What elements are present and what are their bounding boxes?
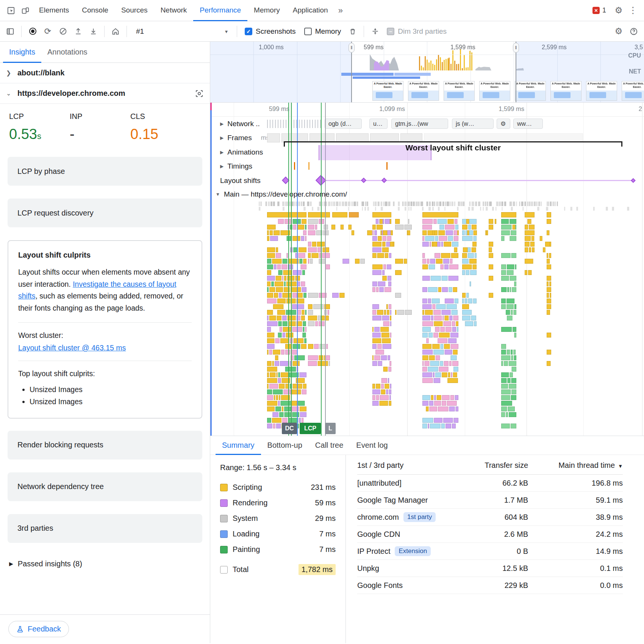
filmstrip-thumbnail[interactable]: A Powerful Web. Made Easier. (550, 81, 581, 101)
device-toolbar-icon[interactable] (18, 3, 33, 18)
screenshots-toggle[interactable]: ✓ Screenshots (241, 27, 300, 36)
save-profile-icon[interactable] (86, 24, 100, 39)
tab-insights[interactable]: Insights (3, 42, 41, 63)
frame-segment[interactable] (336, 133, 369, 142)
track-timings[interactable]: ▶ Timings (210, 159, 644, 174)
tab-sources[interactable]: Sources (115, 0, 154, 21)
capture-screenshot-icon[interactable] (195, 89, 204, 98)
trace-item-about-blank[interactable]: ❯ about://blank (0, 63, 210, 83)
timing-marker[interactable] (308, 162, 309, 170)
header-transfer-size[interactable]: Transfer size (460, 461, 528, 470)
network-request-chip[interactable]: gtm.js…(ww (391, 119, 448, 129)
tab-bottom-up[interactable]: Bottom-up (261, 436, 309, 455)
layout-shift-diamond[interactable] (631, 178, 636, 183)
track-layout-shifts[interactable]: Layout shifts (210, 174, 644, 188)
insight-card-lcp-by-phase[interactable]: LCP by phase (8, 157, 202, 186)
history-dropdown[interactable]: #1 ▾ (131, 24, 233, 39)
collapse-recording-icon[interactable] (368, 24, 382, 39)
inspect-element-icon[interactable] (4, 3, 18, 18)
dim-3rd-parties-toggle[interactable]: – Dim 3rd parties (383, 27, 450, 36)
disclosure-triangle-icon[interactable]: ▼ (216, 192, 220, 197)
drag-grip-icon[interactable]: ‖ (349, 43, 355, 53)
frame-segment[interactable] (267, 133, 280, 142)
settings-gear-icon[interactable]: ⚙ (611, 3, 626, 18)
network-request-chip[interactable]: ww… (513, 119, 543, 129)
metric-cls[interactable]: CLS 0.15 (130, 112, 191, 142)
frame-segment[interactable] (309, 133, 335, 142)
network-request-gear-chip-icon[interactable]: ⚙ (497, 119, 510, 129)
filmstrip-thumbnail[interactable]: A Powerful Web. Made Easier. (586, 81, 617, 101)
metric-inp[interactable]: INP - (70, 112, 130, 142)
filmstrip-thumbnail[interactable]: A Powerful Web. Made Easier. (515, 81, 546, 101)
timing-marker[interactable] (294, 162, 295, 170)
disclosure-triangle-icon[interactable]: ▶ (220, 121, 224, 127)
filmstrip-thumbnail[interactable]: A Powerful Web. Made Easier. (408, 81, 439, 101)
tab-call-tree[interactable]: Call tree (309, 436, 350, 455)
clear-icon[interactable] (56, 24, 70, 39)
network-request-chip[interactable]: u… (369, 119, 388, 129)
frame-segment[interactable] (281, 133, 308, 142)
reload-and-record-icon[interactable]: ⟳ (41, 24, 55, 39)
insight-card-render-blocking[interactable]: Render blocking requests (8, 431, 202, 460)
frame-segment[interactable] (400, 133, 422, 142)
load-profile-icon[interactable] (71, 24, 85, 39)
table-row[interactable]: Unpkg 12.5 kB 0.1 ms (357, 560, 623, 577)
insight-card-layout-shift-culprits[interactable]: Layout shift culprits Layout shifts occu… (8, 240, 202, 419)
table-row[interactable]: Google Tag Manager 1.7 MB 59.1 ms (357, 492, 623, 509)
tab-event-log[interactable]: Event log (350, 436, 394, 455)
tab-memory[interactable]: Memory (247, 0, 286, 21)
filmstrip-thumbnail[interactable]: A Powerful Web. Made Easier. (372, 81, 403, 101)
selection-handle-left[interactable]: ‖ (351, 42, 352, 102)
network-request-chip[interactable]: js (w… (452, 119, 494, 129)
filmstrip-thumbnail[interactable]: A Powerful Web. Made Easier. (444, 81, 475, 101)
flame-chart-canvas[interactable] (210, 201, 644, 436)
table-row[interactable]: [unattributed] 66.2 kB 196.8 ms (357, 475, 623, 492)
insight-card-3rd-parties[interactable]: 3rd parties (8, 514, 202, 543)
track-network[interactable]: ▶ Network .. ogb (d…u…gtm.js…(wwjs (w…ww… (210, 117, 644, 131)
tab-annotations[interactable]: Annotations (41, 42, 94, 63)
tab-network[interactable]: Network (154, 0, 194, 21)
layout-shift-diamond[interactable] (316, 175, 326, 186)
selection-handle-right[interactable]: ‖ (516, 42, 516, 102)
tab-console[interactable]: Console (75, 0, 115, 21)
tab-application[interactable]: Application (286, 0, 335, 21)
memory-checkbox[interactable] (304, 28, 312, 35)
tab-performance[interactable]: Performance (193, 0, 247, 21)
main-thread-header[interactable]: ▼ Main — https://developer.chrome.com/ (210, 188, 644, 201)
disclosure-triangle-icon[interactable]: ▶ (220, 164, 224, 169)
passed-insights-toggle[interactable]: ▶ Passed insights (8) (0, 556, 210, 572)
dim-3rd-parties-checkbox[interactable]: – (387, 28, 394, 35)
kebab-menu-icon[interactable]: ⋮ (626, 3, 640, 18)
feedback-button[interactable]: Feedback (8, 621, 69, 637)
toggle-sidebar-icon[interactable] (3, 24, 17, 39)
table-row[interactable]: chrome.com 1st party 604 kB 38.9 ms (357, 509, 623, 526)
filmstrip-thumbnail[interactable]: A Powerful Web. Made Easier. (622, 81, 644, 101)
layout-shift-diamond[interactable] (361, 178, 366, 183)
record-button[interactable] (25, 24, 40, 39)
track-frames[interactable]: ▶ Frames ms (210, 131, 644, 145)
table-row[interactable]: IP Protect Extension 0 B 14.9 ms (357, 543, 623, 560)
memory-toggle[interactable]: Memory (300, 27, 345, 36)
help-icon[interactable] (627, 24, 641, 39)
frame-segment[interactable] (370, 133, 399, 142)
table-row[interactable]: Google CDN 2.6 MB 24.2 ms (357, 526, 623, 543)
metric-lcp[interactable]: LCP 0.53s (9, 112, 70, 142)
network-request-chip[interactable]: ogb (d… (325, 119, 362, 129)
table-row[interactable]: Google Fonts 229 kB 0.0 ms (357, 577, 623, 594)
disclosure-triangle-icon[interactable]: ▶ (220, 150, 224, 155)
header-main-thread-time[interactable]: Main thread time▼ (528, 461, 623, 470)
filmstrip-thumbnail[interactable]: A Powerful Web. Made Easier. (479, 81, 510, 101)
insight-card-lcp-request-discovery[interactable]: LCP request discovery (8, 199, 202, 227)
drag-grip-icon[interactable]: ‖ (513, 43, 519, 53)
tab-summary[interactable]: Summary (216, 436, 261, 455)
insight-card-network-tree[interactable]: Network dependency tree (8, 472, 202, 501)
trace-item-developer-chrome[interactable]: ⌄ https://developer.chrome.com (0, 83, 210, 104)
frame-segment[interactable] (424, 133, 583, 142)
track-animations[interactable]: ▶ Animations (210, 145, 644, 159)
timeline-overview[interactable]: 1,000 ms 599 ms 1,599 ms 2,599 ms 3,5 CP… (210, 42, 644, 103)
layout-shift-diamond[interactable] (381, 178, 387, 183)
garbage-collect-icon[interactable] (345, 24, 360, 39)
screenshots-checkbox[interactable]: ✓ (245, 28, 252, 35)
layout-shift-diamond[interactable] (282, 177, 289, 184)
capture-settings-gear-icon[interactable]: ⚙ (611, 24, 626, 39)
